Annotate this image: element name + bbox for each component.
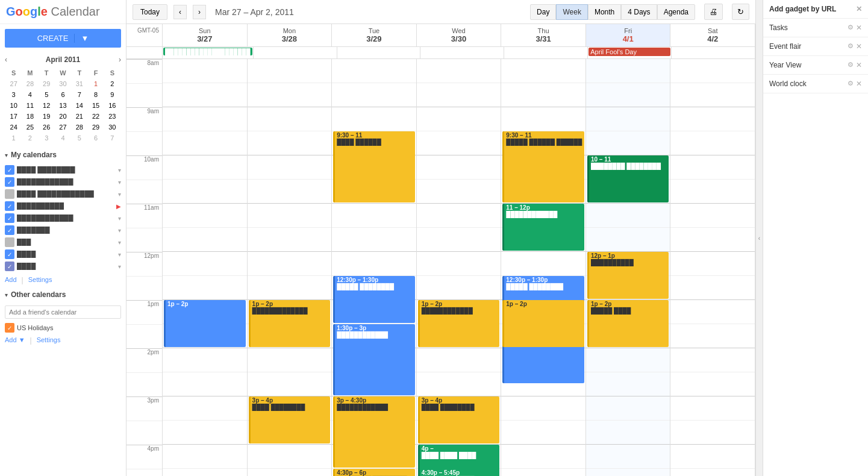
cal-arrow[interactable]: ▶	[116, 203, 121, 210]
time-slot[interactable]	[248, 107, 332, 131]
my-cal-add-link[interactable]: Add	[5, 276, 17, 284]
view-agenda[interactable]: Agenda	[657, 4, 695, 20]
mini-cal-day[interactable]: 2	[105, 79, 120, 89]
time-slot[interactable]	[332, 59, 416, 83]
mini-cal-day[interactable]: 10	[6, 101, 21, 110]
day-header-thu[interactable]: Thu 3/31	[501, 24, 586, 46]
time-slot[interactable]	[670, 421, 755, 445]
time-slot[interactable]	[670, 180, 755, 204]
calendar-event[interactable]: 1p – 2p	[502, 300, 584, 347]
create-button-arrow[interactable]: ▼	[74, 34, 89, 43]
view-week[interactable]: Week	[556, 4, 587, 20]
cal-check[interactable]	[5, 189, 14, 199]
time-slot[interactable]	[670, 324, 755, 348]
mini-cal-day[interactable]: 6	[88, 133, 103, 143]
create-button[interactable]: CREATE ▼	[5, 29, 121, 48]
calendar-event[interactable]: 3p – 4p████ ████████	[249, 396, 331, 443]
cal-dropdown[interactable]: ▾	[118, 251, 121, 258]
year-view-settings-icon[interactable]: ⚙	[848, 61, 854, 69]
mini-cal-day[interactable]: 28	[72, 122, 87, 132]
mini-cal-day[interactable]: 12	[39, 101, 54, 110]
mini-cal-day[interactable]: 17	[6, 111, 21, 121]
day-header-sat[interactable]: Sat 4/2	[670, 24, 755, 46]
time-slot[interactable]	[501, 445, 585, 469]
time-slot[interactable]	[332, 228, 416, 252]
time-slot[interactable]	[417, 228, 501, 252]
time-slot[interactable]	[163, 204, 247, 228]
calendar-event[interactable]: 10 – 11████████ ████████	[587, 155, 669, 202]
mini-cal-day[interactable]: 1	[6, 133, 21, 143]
time-slot[interactable]	[670, 300, 755, 324]
time-slot[interactable]	[163, 372, 247, 396]
time-slot[interactable]	[501, 59, 585, 83]
mini-cal-day[interactable]: 4	[22, 90, 37, 99]
time-slot[interactable]	[501, 83, 585, 107]
cal-check[interactable]: ✓	[5, 213, 14, 223]
event-flair-close-icon[interactable]: ✕	[856, 42, 862, 51]
mini-cal-day[interactable]: 1	[88, 79, 103, 89]
time-slot[interactable]	[332, 252, 416, 276]
time-slot[interactable]	[501, 107, 585, 131]
day-header-fri[interactable]: Fri 4/1	[586, 24, 671, 46]
day-header-wed[interactable]: Wed 3/30	[417, 24, 502, 46]
time-slot[interactable]	[248, 469, 332, 476]
time-slot[interactable]	[417, 372, 501, 396]
time-slot[interactable]	[248, 180, 332, 204]
time-slot[interactable]	[248, 252, 332, 276]
calendar-event[interactable]: 12:30p – 1:30p█████ ████████	[333, 276, 415, 323]
time-slot[interactable]	[417, 348, 501, 372]
calendar-event[interactable]: 3p – 4p████ ████████	[418, 396, 500, 443]
calendar-event[interactable]: 1p – 2p	[164, 300, 246, 347]
time-slot[interactable]	[332, 107, 416, 131]
time-slot[interactable]	[586, 131, 670, 155]
other-cal-add-link[interactable]: Add ▼	[5, 336, 25, 345]
time-slot[interactable]	[586, 445, 670, 469]
cal-dropdown[interactable]: ▾	[118, 215, 121, 222]
world-clock-settings-icon[interactable]: ⚙	[848, 80, 854, 88]
time-slot[interactable]	[417, 155, 501, 180]
mini-cal-day[interactable]: 20	[55, 111, 70, 121]
time-slot[interactable]	[417, 83, 501, 107]
time-slot[interactable]	[417, 180, 501, 204]
time-slot[interactable]	[670, 469, 755, 476]
mini-cal-day[interactable]: 21	[72, 111, 87, 121]
tasks-close-icon[interactable]: ✕	[856, 23, 862, 32]
time-slot[interactable]	[163, 155, 247, 180]
mini-cal-day[interactable]: 9	[105, 90, 120, 99]
calendar-event[interactable]: 1p – 2p█████ ████	[587, 300, 669, 347]
mini-cal-day[interactable]: 23	[105, 111, 120, 121]
mini-cal-day[interactable]: 31	[72, 79, 87, 89]
add-friend-input[interactable]	[5, 305, 121, 319]
time-slot[interactable]	[248, 155, 332, 180]
mini-cal-next[interactable]: ›	[119, 55, 121, 64]
time-slot[interactable]	[163, 348, 247, 372]
mini-cal-day[interactable]: 27	[6, 79, 21, 89]
mini-cal-day[interactable]: 14	[72, 101, 87, 110]
mini-cal-day[interactable]: 7	[72, 90, 87, 99]
day-header-sun[interactable]: Sun 3/27	[163, 24, 248, 46]
time-slot[interactable]	[586, 83, 670, 107]
time-slot[interactable]	[248, 131, 332, 155]
time-slot[interactable]	[670, 131, 755, 155]
calendar-event[interactable]: 11 – 12p████████████	[502, 204, 584, 251]
my-cal-settings-link[interactable]: Settings	[28, 276, 52, 284]
time-slot[interactable]	[417, 131, 501, 155]
time-slot[interactable]	[417, 204, 501, 228]
mini-cal-day[interactable]: 22	[88, 111, 103, 121]
cal-dropdown[interactable]: ▾	[118, 167, 121, 174]
time-slot[interactable]	[501, 421, 585, 445]
calendar-event[interactable]: 12p – 1p██████████	[587, 252, 669, 299]
mini-cal-day[interactable]: 30	[55, 79, 70, 89]
time-slot[interactable]	[501, 252, 585, 276]
time-slot[interactable]	[586, 228, 670, 252]
mini-cal-day[interactable]: 5	[39, 90, 54, 99]
calendar-event[interactable]: 1p – 2p█████████████	[249, 300, 331, 347]
mini-cal-day[interactable]: 8	[88, 90, 103, 99]
time-slot[interactable]	[332, 83, 416, 107]
calendar-event[interactable]: 1p – 2p████████████	[418, 300, 500, 347]
time-slot[interactable]	[586, 421, 670, 445]
cal-dropdown[interactable]: ▾	[118, 179, 121, 186]
time-slot[interactable]	[586, 59, 670, 83]
calendar-event[interactable]: 4:30p – 6p████████ ████████	[333, 469, 415, 476]
time-slot[interactable]	[163, 107, 247, 131]
